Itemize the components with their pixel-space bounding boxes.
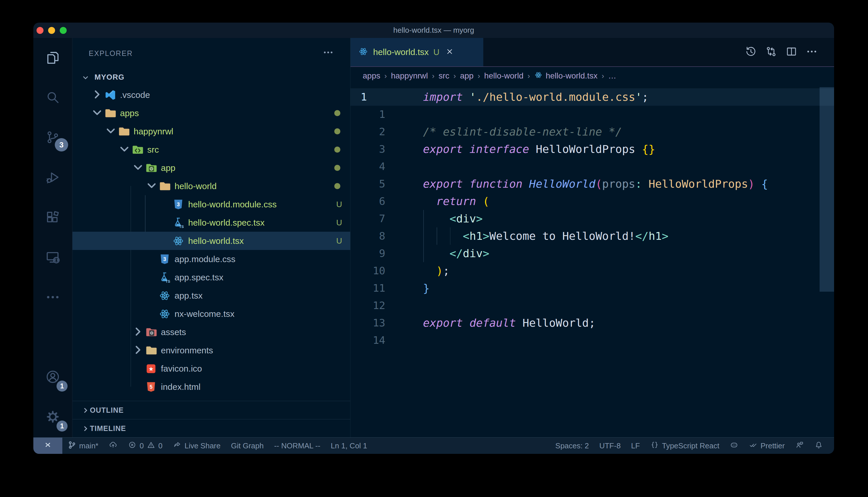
status-vim-mode[interactable]: -- NORMAL -- (269, 438, 325, 454)
activity-item-settings[interactable]: 1 (33, 397, 72, 437)
status-cursor-position[interactable]: Ln 1, Col 1 (326, 438, 373, 454)
git-modified-dot (334, 128, 340, 134)
tree-item-app[interactable]: app (72, 159, 350, 177)
code-line-6[interactable]: 5export function HelloWorld(props: Hello… (350, 175, 834, 193)
explorer-sidebar: EXPLORER MYORG .vscodeappshappynrwlsrcap… (72, 38, 350, 437)
code-line-15[interactable]: 14 (350, 332, 834, 349)
close-window-button[interactable] (37, 27, 43, 34)
code-line-14[interactable]: 13export default HelloWorld; (350, 314, 834, 332)
activity-item-remote-explorer[interactable] (33, 238, 72, 278)
status-language-mode[interactable]: TypeScript React (645, 438, 725, 454)
tree-item-hello-world[interactable]: hello-world (72, 177, 350, 195)
activity-item-more[interactable] (33, 278, 72, 318)
open-changes-icon[interactable] (765, 45, 777, 59)
editor-scrollbar[interactable] (819, 87, 834, 292)
activity-bar: 311 (33, 38, 72, 437)
code-line-1[interactable]: 1import './hello-world.module.css'; (350, 88, 834, 106)
status-live-share[interactable]: Live Share (168, 438, 225, 454)
zoom-window-button[interactable] (60, 27, 67, 34)
status-eol[interactable]: LF (626, 438, 645, 454)
tree-item-favicon.ico[interactable]: ★favicon.ico (72, 359, 350, 378)
chevron-down-icon (104, 124, 118, 139)
svg-text:TS: TS (179, 225, 184, 228)
views-more-actions-icon[interactable] (322, 47, 334, 60)
tree-item-hello-world.tsx[interactable]: hello-world.tsxU (72, 232, 350, 250)
tree-item-nx-welcome.tsx[interactable]: nx-welcome.tsx (72, 305, 350, 323)
code-line-13[interactable]: 12 (350, 297, 834, 314)
status-feedback[interactable] (790, 438, 809, 454)
tab-hello-world-tsx[interactable]: hello-world.tsx U (350, 38, 483, 66)
breadcrumb-item-…[interactable]: … (608, 71, 616, 81)
split-editor-icon[interactable] (785, 45, 798, 59)
tree-item-label: app.spec.tsx (175, 272, 223, 282)
outline-section-header[interactable]: OUTLINE (72, 401, 350, 419)
close-tab-icon[interactable] (445, 47, 454, 57)
tree-item-hello-world.spec.tsx[interactable]: TShello-world.spec.tsxU (72, 213, 350, 232)
code-line-11[interactable]: 10 ); (350, 262, 834, 280)
vscode-icon (104, 89, 116, 101)
code-line-5[interactable]: 4 (350, 158, 834, 175)
breadcrumb-item-hello-world.tsx[interactable]: hello-world.tsx (534, 71, 597, 81)
activity-item-accounts[interactable]: 1 (33, 357, 72, 397)
status-indentation[interactable]: Spaces: 2 (550, 438, 594, 454)
tree-item-apps[interactable]: apps (72, 104, 350, 122)
tree-item-label: hello-world.module.css (188, 200, 277, 209)
tree-item-app.spec.tsx[interactable]: TSapp.spec.tsx (72, 268, 350, 286)
copilot-icon (730, 441, 739, 451)
tree-item-environments[interactable]: environments (72, 341, 350, 359)
tree-item-assets[interactable]: assets (72, 323, 350, 341)
breadcrumb-item-hello-world[interactable]: hello-world (484, 71, 523, 81)
git-modified-dot (334, 110, 340, 116)
history-icon[interactable] (745, 45, 757, 59)
status-encoding[interactable]: UTF-8 (594, 438, 626, 454)
workspace-section-header[interactable]: MYORG (72, 69, 350, 86)
branch-icon (68, 441, 76, 451)
activity-item-search[interactable] (33, 78, 72, 118)
git-modified-dot (334, 165, 340, 171)
editor-actions (745, 38, 834, 66)
status-prettier[interactable]: Prettier (744, 438, 790, 454)
tree-item-index.html[interactable]: 5index.html (72, 378, 350, 396)
code-text: return ( (385, 193, 490, 210)
folder-icon (158, 180, 171, 193)
breadcrumb-item-happynrwl[interactable]: happynrwl (391, 71, 428, 81)
run-debug-icon (45, 169, 60, 186)
breadcrumb-item-app[interactable]: app (460, 71, 474, 81)
tree-item-app.module.css[interactable]: 3app.module.css (72, 250, 350, 268)
tab-dirty-badge: U (433, 47, 440, 57)
workspace-name: MYORG (95, 73, 124, 82)
status-git-graph[interactable]: Git Graph (226, 438, 269, 454)
folder-icon (118, 125, 130, 138)
breadcrumb-separator: › (453, 72, 456, 81)
tree-item-happynrwl[interactable]: happynrwl (72, 122, 350, 141)
tree-item-.vscode[interactable]: .vscode (72, 86, 350, 104)
more-actions-icon[interactable] (806, 45, 818, 59)
code-line-3[interactable]: 2/* eslint-disable-next-line */ (350, 123, 834, 141)
activity-item-run-debug[interactable] (33, 158, 72, 198)
line-number: 5 (350, 175, 385, 193)
status-sync[interactable] (104, 438, 123, 454)
code-line-2[interactable]: 1 (350, 106, 834, 123)
svg-text:5: 5 (150, 384, 152, 390)
tree-item-app.tsx[interactable]: app.tsx (72, 286, 350, 305)
tree-item-src[interactable]: src (72, 141, 350, 159)
code-line-12[interactable]: 11} (350, 280, 834, 297)
code-line-7[interactable]: 6 return ( (350, 193, 834, 210)
code-line-4[interactable]: 3export interface HelloWorldProps {} (350, 141, 834, 158)
timeline-section-header[interactable]: TIMELINE (72, 419, 350, 437)
status-problems[interactable]: 00 (123, 438, 168, 454)
breadcrumb-item-src[interactable]: src (439, 71, 449, 81)
code-text: export default HelloWorld; (385, 314, 595, 332)
status-remote-indicator[interactable] (33, 438, 62, 454)
code-editor[interactable]: 1import './hello-world.module.css';12/* … (350, 85, 834, 437)
minimize-window-button[interactable] (48, 27, 55, 34)
activity-item-extensions[interactable] (33, 198, 72, 238)
activity-item-source-control[interactable]: 3 (33, 118, 72, 158)
status-copilot[interactable] (725, 438, 744, 454)
breadcrumb-label: apps (363, 71, 380, 81)
tree-item-hello-world.module.css[interactable]: 3hello-world.module.cssU (72, 195, 350, 213)
status-notifications[interactable] (809, 438, 828, 454)
breadcrumb-item-apps[interactable]: apps (363, 71, 380, 81)
status-git-branch[interactable]: main* (62, 438, 104, 454)
activity-item-explorer[interactable] (33, 38, 72, 78)
